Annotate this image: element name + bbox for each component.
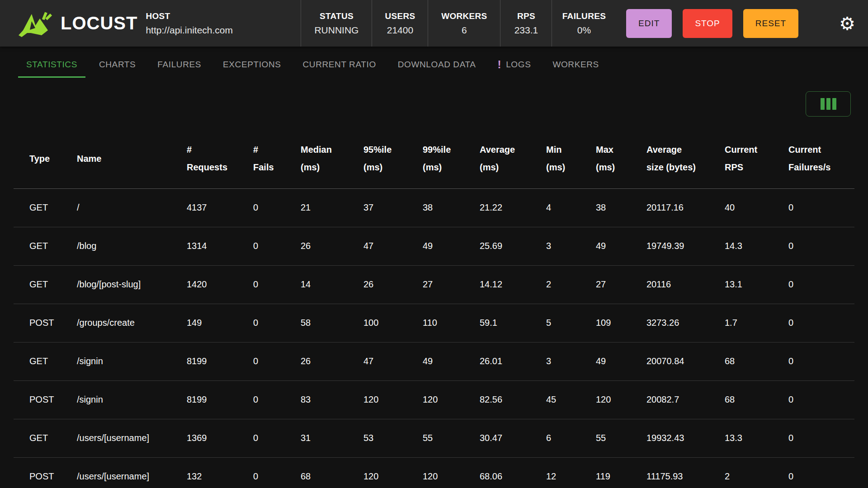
cell-requests: 1314 xyxy=(187,227,253,265)
tab-logs-label: LOGS xyxy=(506,60,531,70)
cell-p99: 49 xyxy=(423,227,480,265)
column-visibility-button[interactable] xyxy=(806,91,851,117)
cell-current-rps: 1.7 xyxy=(725,304,788,342)
cell-avg-size: 20070.84 xyxy=(646,342,725,380)
cell-fails: 0 xyxy=(253,419,301,457)
cell-p95: 100 xyxy=(363,304,423,342)
edit-button[interactable]: EDIT xyxy=(626,9,672,38)
cell-avg-size: 11175.93 xyxy=(646,457,725,488)
cell-p95: 120 xyxy=(363,380,423,419)
cell-max: 49 xyxy=(596,342,646,380)
table-header-row: TypeName#Requests#FailsMedian(ms)95%ile(… xyxy=(14,129,854,188)
tab-failures-label: FAILURES xyxy=(157,60,201,70)
column-header-avg-size[interactable]: Averagesize (bytes) xyxy=(646,129,725,188)
tab-workers-label: WORKERS xyxy=(552,60,599,70)
cell-current-rps: 13.1 xyxy=(725,265,788,304)
cell-type: GET xyxy=(14,227,77,265)
tab-logs[interactable]: ! LOGS xyxy=(490,53,539,78)
cell-p99: 27 xyxy=(423,265,480,304)
column-header-current-failures[interactable]: CurrentFailures/s xyxy=(788,129,854,188)
cell-p95: 53 xyxy=(363,419,423,457)
cell-median: 14 xyxy=(301,265,363,304)
brand-name: LOCUST xyxy=(61,13,137,33)
tab-failures[interactable]: FAILURES xyxy=(149,53,209,78)
column-header-requests[interactable]: #Requests xyxy=(187,129,253,188)
tab-statistics[interactable]: STATISTICS xyxy=(18,53,85,78)
cell-max: 109 xyxy=(596,304,646,342)
cell-current-failures: 0 xyxy=(788,342,854,380)
table-row: POST/groups/create14905810011059.1510932… xyxy=(14,304,854,342)
column-header-median[interactable]: Median(ms) xyxy=(301,129,363,188)
reset-button[interactable]: RESET xyxy=(743,9,798,38)
cell-current-rps: 2 xyxy=(725,457,788,488)
settings-gear-icon[interactable]: ⚙ xyxy=(839,14,855,33)
cell-name: /users/[username] xyxy=(77,419,187,457)
tab-current-ratio[interactable]: CURRENT RATIO xyxy=(295,53,384,78)
cell-type: POST xyxy=(14,380,77,419)
cell-avg-size: 19932.43 xyxy=(646,419,725,457)
stop-button[interactable]: STOP xyxy=(683,9,732,38)
tab-workers[interactable]: WORKERS xyxy=(544,53,607,78)
column-header-min[interactable]: Min(ms) xyxy=(546,129,596,188)
cell-name: /blog xyxy=(77,227,187,265)
stat-workers-value: 6 xyxy=(462,25,467,35)
cell-p99: 38 xyxy=(423,188,480,227)
cell-name: /signin xyxy=(77,380,187,419)
cell-avg-size: 20116 xyxy=(646,265,725,304)
cell-p95: 47 xyxy=(363,342,423,380)
cell-p95: 37 xyxy=(363,188,423,227)
stat-users-value: 21400 xyxy=(387,25,413,35)
stat-rps-label: RPS xyxy=(517,12,535,20)
cell-requests: 4137 xyxy=(187,188,253,227)
column-header-fails[interactable]: #Fails xyxy=(253,129,301,188)
cell-min: 2 xyxy=(546,265,596,304)
column-header-type[interactable]: Type xyxy=(14,129,77,188)
app-header: LOCUST HOST http://api.initech.com STATU… xyxy=(0,0,868,47)
table-row: GET/blog/[post-slug]1420014262714.122272… xyxy=(14,265,854,304)
column-header-name[interactable]: Name xyxy=(77,129,187,188)
cell-fails: 0 xyxy=(253,380,301,419)
column-header-average[interactable]: Average(ms) xyxy=(480,129,546,188)
cell-average: 30.47 xyxy=(480,419,546,457)
table-row: POST/signin819908312012082.564512020082.… xyxy=(14,380,854,419)
cell-fails: 0 xyxy=(253,457,301,488)
tab-exceptions-label: EXCEPTIONS xyxy=(223,60,281,70)
cell-name: /groups/create xyxy=(77,304,187,342)
stat-workers-label: WORKERS xyxy=(441,12,487,20)
column-header-current-rps[interactable]: CurrentRPS xyxy=(725,129,788,188)
cell-max: 119 xyxy=(596,457,646,488)
table-row: GET/users/[username]1369031535530.476551… xyxy=(14,419,854,457)
locust-logo-icon xyxy=(18,9,53,38)
cell-median: 26 xyxy=(301,227,363,265)
cell-requests: 132 xyxy=(187,457,253,488)
cell-p99: 110 xyxy=(423,304,480,342)
statistics-table: TypeName#Requests#FailsMedian(ms)95%ile(… xyxy=(14,129,854,488)
cell-min: 12 xyxy=(546,457,596,488)
stat-status-label: STATUS xyxy=(320,12,354,20)
stat-rps-value: 233.1 xyxy=(514,25,538,35)
cell-requests: 1369 xyxy=(187,419,253,457)
locust-brand[interactable]: LOCUST xyxy=(18,0,137,47)
stat-users: USERS 21400 xyxy=(372,0,428,47)
cell-requests: 1420 xyxy=(187,265,253,304)
logs-alert-exclamation-icon: ! xyxy=(498,59,502,70)
cell-min: 4 xyxy=(546,188,596,227)
tab-charts[interactable]: CHARTS xyxy=(91,53,144,78)
tab-download-data-label: DOWNLOAD DATA xyxy=(398,60,476,70)
tab-download-data[interactable]: DOWNLOAD DATA xyxy=(390,53,484,78)
tab-exceptions[interactable]: EXCEPTIONS xyxy=(215,53,289,78)
cell-type: POST xyxy=(14,304,77,342)
table-row: GET/4137021373821.2243820117.16400 xyxy=(14,188,854,227)
column-header-max[interactable]: Max(ms) xyxy=(596,129,646,188)
cell-name: /signin xyxy=(77,342,187,380)
column-header-p95[interactable]: 95%ile(ms) xyxy=(363,129,423,188)
cell-p95: 120 xyxy=(363,457,423,488)
header-actions: EDIT STOP RESET ⚙ xyxy=(626,0,855,47)
column-header-p99[interactable]: 99%ile(ms) xyxy=(423,129,480,188)
cell-current-failures: 0 xyxy=(788,265,854,304)
cell-min: 6 xyxy=(546,419,596,457)
cell-p99: 120 xyxy=(423,380,480,419)
cell-fails: 0 xyxy=(253,265,301,304)
tab-statistics-label: STATISTICS xyxy=(26,60,77,70)
cell-requests: 149 xyxy=(187,304,253,342)
